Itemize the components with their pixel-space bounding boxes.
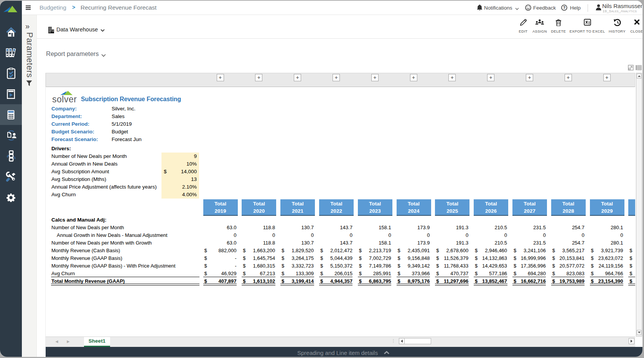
svg-text:solver: solver	[52, 94, 77, 104]
svg-text:?: ?	[563, 6, 565, 10]
